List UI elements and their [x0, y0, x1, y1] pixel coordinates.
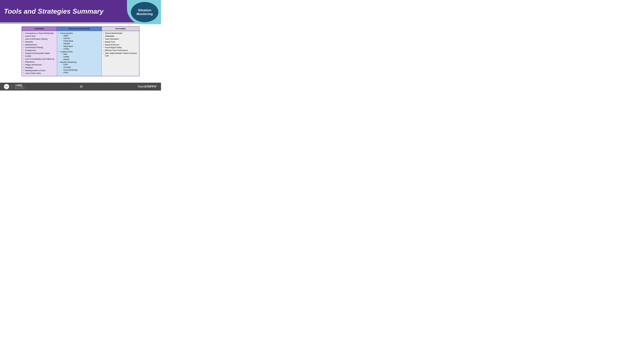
- list-item: Adaptability: [103, 35, 138, 37]
- badge-text: Situation Monitoring: [136, 8, 153, 16]
- hhs-emblem: HHS: [4, 84, 9, 89]
- list-item: Hierarchy: [23, 41, 56, 43]
- main-content: BARRIERS TOOLS and STRATEGIES OUTCOMES I…: [0, 24, 161, 83]
- footer: HHS AHRQ Agency for HealthcareResearch a…: [0, 83, 161, 90]
- page-number: 23: [80, 85, 82, 88]
- list-item: I'M SAFE: [62, 66, 100, 68]
- brand-steps: STEPPS: [144, 85, 156, 88]
- list-item: I-PASS: [62, 48, 100, 50]
- list-item: Lack of Time: [23, 35, 56, 37]
- list-item: Team Orientation: [103, 38, 138, 40]
- list-item: Call-Out: [62, 37, 100, 39]
- list-item: Mutual Trust: [103, 41, 138, 43]
- list-item: Conventional Thinking: [23, 46, 56, 49]
- list-item: Handoff: [62, 42, 100, 45]
- list-item: Workload: [23, 66, 56, 69]
- list-item: Defensiveness: [23, 43, 56, 46]
- outcomes-list: Shared Mental Model Adaptability Team Or…: [103, 32, 138, 57]
- list-item: Reduced Burnout: [103, 43, 138, 46]
- list-item: Misinterpretation of Cues: [23, 69, 56, 72]
- tools-cell: Communication SBAR Call-Out Check-Back H…: [57, 31, 102, 76]
- brand-team: Team: [138, 85, 145, 88]
- list-item: Lack of Coordination and Follow-Up: [23, 58, 56, 60]
- list-item: Leading Teams Brief Huddle Debrief: [58, 50, 100, 60]
- header: Tools and Strategies Summary Situation M…: [0, 0, 161, 22]
- list-item: SBAR: [62, 34, 100, 37]
- summary-table: BARRIERS TOOLS and STRATEGIES OUTCOMES I…: [22, 26, 140, 76]
- sub-list: Brief Huddle Debrief: [62, 53, 100, 61]
- badge-container: Situation Monitoring: [127, 0, 161, 24]
- col-outcomes-header: OUTCOMES: [102, 26, 139, 31]
- list-item: Lack of Information Sharing: [23, 38, 56, 40]
- footer-divider-line: [12, 84, 12, 89]
- table-body-row: Inconsistency in Team Membership Lack of…: [22, 31, 139, 76]
- list-item: Situation Monitoring STEP I'M SAFE Cross…: [58, 61, 100, 74]
- footer-ahrq: AHRQ Agency for HealthcareResearch and Q…: [14, 84, 25, 89]
- list-item: Effective Team Performance: [103, 49, 138, 52]
- list-item: Complacency: [23, 49, 56, 52]
- list-item: Conflict: [23, 55, 56, 57]
- list-item: Check-Back: [62, 40, 100, 42]
- footer-brand: TeamSTEPPS®: [138, 85, 157, 88]
- ahrq-logo: AHRQ: [14, 84, 22, 87]
- sub-list: SBAR Call-Out Check-Back Handoff Teach-B…: [62, 34, 100, 50]
- sub-list: STEP I'M SAFE Cross-Monitoring STAR: [62, 63, 100, 74]
- tools-list: Communication SBAR Call-Out Check-Back H…: [58, 32, 100, 74]
- list-item: Debrief: [62, 58, 100, 60]
- barriers-cell: Inconsistency in Team Membership Lack of…: [22, 31, 57, 76]
- ahrq-subtitle: Agency for HealthcareResearch and Qualit…: [14, 87, 25, 89]
- outcomes-cell: Shared Mental Model Adaptability Team Or…: [102, 31, 139, 76]
- col-tools-header: TOOLS and STRATEGIES: [57, 26, 102, 31]
- list-item: Varying Communication Styles: [23, 52, 56, 54]
- col-barriers-header: BARRIERS: [22, 26, 57, 31]
- ahrq-rest: HRQ: [16, 84, 22, 87]
- list-item: Fatigue and Burnout: [23, 63, 56, 66]
- svg-text:HHS: HHS: [5, 86, 8, 87]
- list-item: STEP: [62, 63, 100, 66]
- barriers-list: Inconsistency in Team Membership Lack of…: [23, 32, 56, 74]
- footer-logo: HHS AHRQ Agency for HealthcareResearch a…: [4, 84, 25, 89]
- badge-circle: Situation Monitoring: [131, 2, 158, 22]
- list-item: Shared Mental Model: [103, 32, 138, 34]
- page-title: Tools and Strategies Summary: [4, 7, 104, 15]
- list-item: Teach-Back: [62, 45, 100, 47]
- list-item: STAR: [62, 71, 100, 74]
- list-item: Inconsistency in Team Membership: [23, 32, 56, 34]
- table-header-row: BARRIERS TOOLS and STRATEGIES OUTCOMES: [22, 26, 139, 31]
- list-item: Safe, Highly Reliable, Patient-Centered …: [103, 52, 138, 57]
- hhs-emblem-icon: HHS: [4, 84, 9, 89]
- list-item: Distractions: [23, 61, 56, 63]
- ahrq-a-letter: A: [14, 84, 16, 87]
- list-item: Brief: [62, 53, 100, 55]
- list-item: Communication SBAR Call-Out Check-Back H…: [58, 32, 100, 50]
- brand-reg: ®: [156, 85, 157, 87]
- list-item: Lack of Role Clarity: [23, 72, 56, 74]
- list-item: Cross-Monitoring: [62, 69, 100, 71]
- list-item: Huddle: [62, 55, 100, 58]
- list-item: Psychological Safety: [103, 46, 138, 49]
